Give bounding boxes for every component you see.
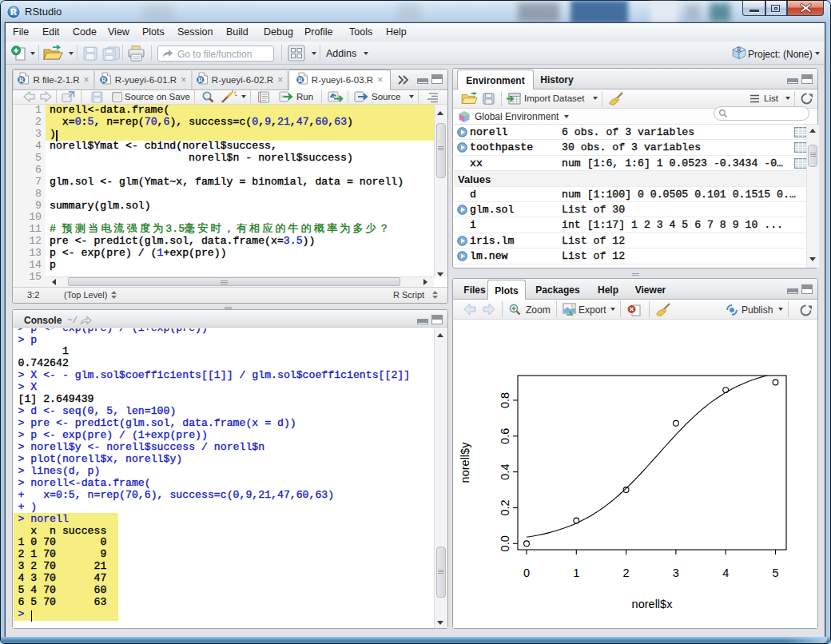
svg-text:0: 0 xyxy=(523,566,530,579)
svg-text:3: 3 xyxy=(673,566,679,579)
svg-text:R: R xyxy=(101,76,107,84)
svg-text:0.8: 0.8 xyxy=(499,392,511,408)
svg-text:0.2: 0.2 xyxy=(499,499,511,515)
svg-text:1: 1 xyxy=(573,566,579,579)
svg-text:norell$x: norell$x xyxy=(632,598,674,610)
svg-text:2: 2 xyxy=(623,566,630,579)
svg-text:R: R xyxy=(19,76,25,84)
svg-text:norell$y: norell$y xyxy=(459,442,471,483)
svg-text:0.6: 0.6 xyxy=(499,428,511,444)
svg-text:4: 4 xyxy=(722,566,729,579)
svg-text:0.0: 0.0 xyxy=(499,535,511,551)
svg-text:0.4: 0.4 xyxy=(499,464,511,480)
svg-text:R: R xyxy=(298,76,304,84)
svg-text:R: R xyxy=(198,76,204,84)
svg-text:R: R xyxy=(10,6,18,18)
svg-text:R: R xyxy=(737,46,742,54)
svg-text:5: 5 xyxy=(772,566,778,579)
